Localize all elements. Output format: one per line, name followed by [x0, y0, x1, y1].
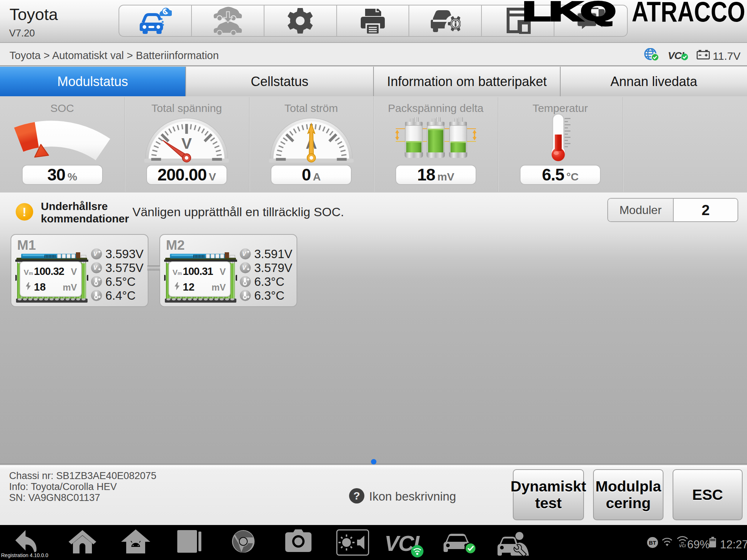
- svg-text:VCI: VCI: [679, 544, 686, 548]
- svg-text:BT: BT: [649, 540, 656, 546]
- svg-text:V: V: [181, 135, 192, 152]
- svg-text:V: V: [242, 251, 247, 257]
- svg-text:V: V: [93, 265, 98, 271]
- svg-text:V: V: [93, 251, 98, 257]
- svg-text:V: V: [242, 265, 247, 271]
